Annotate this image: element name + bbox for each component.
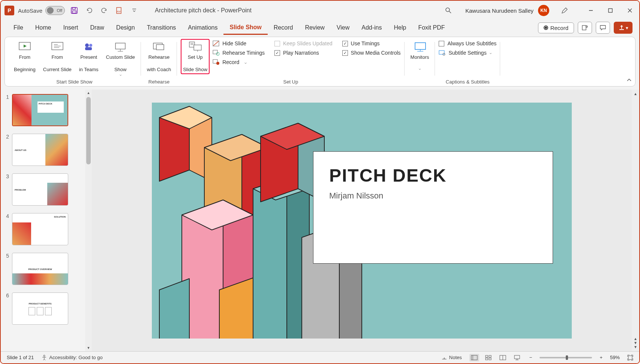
zoom-out-button[interactable]: − (529, 355, 532, 360)
set-up-slide-show-button[interactable]: Set UpSlide Show (181, 39, 210, 74)
maximize-button[interactable] (605, 5, 616, 16)
thumbnail-scrollbar[interactable]: ▲ ▼ (85, 90, 92, 351)
tab-animations[interactable]: Animations (182, 21, 223, 34)
custom-show-icon (113, 40, 127, 53)
slide-canvas[interactable]: PITCH DECK Mirjam Nilsson (92, 90, 632, 351)
svg-rect-39 (415, 43, 426, 49)
svg-rect-9 (609, 9, 612, 12)
tab-insert[interactable]: Insert (57, 21, 84, 34)
monitors-icon (413, 40, 427, 53)
slideshow-view-button[interactable] (512, 354, 522, 361)
user-avatar[interactable]: KN (538, 5, 549, 16)
zoom-level[interactable]: 59% (610, 355, 620, 360)
svg-line-34 (213, 41, 219, 46)
tab-home[interactable]: Home (29, 21, 57, 34)
thumbnail-slide[interactable]: PROBLEM (12, 173, 68, 206)
svg-marker-53 (253, 178, 287, 339)
setup-icon (188, 40, 202, 53)
thumbnail-slide[interactable]: SOLUTION (12, 213, 68, 245)
save-icon[interactable] (69, 5, 80, 16)
subtitle-settings-button[interactable]: Subtitle Settings ⌵ (439, 50, 496, 56)
thumbnail-slide[interactable]: PITCH DECK (12, 94, 68, 126)
record-button[interactable]: Record (538, 22, 574, 33)
group-label-monitors (419, 79, 421, 85)
monitors-button[interactable]: Monitors⌵ (408, 39, 432, 72)
rehearse-timings-button[interactable]: Rehearse Timings (213, 50, 265, 56)
thumb-number: 6 (4, 292, 9, 298)
present-in-teams-button[interactable]: Presentin Teams (77, 39, 101, 74)
svg-text:PDF: PDF (117, 10, 121, 13)
tab-record[interactable]: Record (268, 21, 299, 34)
svg-rect-27 (156, 45, 164, 50)
tab-foxit-pdf[interactable]: Foxit PDF (412, 21, 451, 34)
svg-point-13 (586, 26, 588, 27)
reading-view-button[interactable] (498, 354, 508, 361)
custom-slide-show-button[interactable]: Custom SlideShow ⌵ (104, 39, 137, 78)
thumbnail-slide[interactable]: PRODUCT BENEFITS (12, 292, 68, 325)
group-label-rehearse: Rehearse (148, 79, 169, 85)
undo-icon[interactable] (84, 5, 95, 16)
rehearse-with-coach-button[interactable]: Rehearsewith Coach (145, 39, 173, 74)
thumb-number: 4 (4, 213, 9, 219)
slide[interactable]: PITCH DECK Mirjam Nilsson (152, 103, 572, 339)
zoom-slider[interactable] (540, 357, 592, 358)
slide-sorter-view-button[interactable] (484, 354, 493, 361)
play-narrations-checkbox[interactable]: ✓Play Narrations (274, 50, 333, 56)
svg-rect-35 (213, 50, 217, 54)
svg-rect-69 (486, 358, 488, 360)
slide-thumbnails-panel[interactable]: 1 PITCH DECK 2 ABOUT US 3 PROBLEM 4 SOLU… (1, 90, 85, 351)
export-pdf-icon[interactable]: PDF (114, 5, 125, 16)
app-icon: P (4, 6, 14, 15)
accessibility-icon (41, 355, 47, 361)
tab-help[interactable]: Help (388, 21, 412, 34)
slide-subtitle[interactable]: Mirjam Nilsson (329, 191, 537, 201)
search-icon[interactable] (443, 5, 454, 16)
pen-icon[interactable] (559, 5, 570, 16)
close-button[interactable] (624, 5, 636, 16)
share-button[interactable]: ▾ (614, 22, 633, 34)
teams-present-icon[interactable] (578, 22, 592, 34)
notes-button[interactable]: Notes (441, 355, 462, 361)
svg-rect-14 (619, 29, 624, 30)
accessibility-status[interactable]: Accessibility: Good to go (41, 355, 102, 361)
use-timings-checkbox[interactable]: ✓Use Timings (342, 40, 401, 46)
thumbnail-slide[interactable]: ABOUT US (12, 134, 68, 166)
svg-point-63 (43, 355, 45, 357)
fit-to-window-button[interactable] (627, 355, 633, 361)
svg-rect-23 (115, 43, 125, 49)
keep-slides-updated-checkbox: Keep Slides Updated (274, 40, 333, 46)
svg-rect-65 (471, 355, 477, 360)
slide-title[interactable]: PITCH DECK (329, 165, 537, 186)
tab-view[interactable]: View (331, 21, 355, 34)
group-label-captions: Captions & Subtitles (446, 79, 490, 85)
normal-view-button[interactable] (469, 354, 479, 361)
qat-customize-icon[interactable] (129, 5, 140, 16)
collapse-ribbon-icon[interactable] (626, 77, 632, 83)
subtitle-settings-icon (439, 50, 445, 56)
autosave-toggle[interactable]: Off (45, 6, 65, 15)
tab-review[interactable]: Review (299, 21, 330, 34)
tab-slide-show[interactable]: Slide Show (223, 21, 267, 35)
tab-draw[interactable]: Draw (84, 21, 110, 34)
ribbon: FromBeginning FromCurrent Slide Presenti… (4, 37, 636, 87)
from-current-slide-button[interactable]: FromCurrent Slide (41, 39, 74, 74)
document-title: Architecture pitch deck - PowerPoint (155, 7, 252, 14)
tab-design[interactable]: Design (110, 21, 141, 34)
tab-transitions[interactable]: Transitions (141, 21, 182, 34)
svg-marker-61 (159, 279, 189, 339)
teams-icon (82, 40, 96, 53)
comments-icon[interactable] (596, 22, 610, 34)
redo-icon[interactable] (99, 5, 110, 16)
always-use-subtitles-checkbox[interactable]: Always Use Subtitles (439, 40, 496, 46)
thumbnail-slide[interactable]: PRODUCT OVERVIEW (12, 253, 68, 285)
show-media-controls-checkbox[interactable]: ✓Show Media Controls (342, 50, 401, 56)
zoom-in-button[interactable]: + (600, 355, 603, 360)
svg-point-6 (446, 8, 450, 12)
tab-file[interactable]: File (7, 21, 29, 34)
hide-slide-button[interactable]: Hide Slide (213, 40, 265, 46)
minimize-button[interactable] (585, 5, 597, 16)
from-beginning-button[interactable]: FromBeginning (12, 39, 38, 74)
tab-addins[interactable]: Add-ins (355, 21, 388, 34)
record-dropdown-button[interactable]: Record ⌵ (213, 59, 265, 65)
canvas-scrollbar[interactable]: ▲ ▲ ▼ ▼ (632, 90, 639, 351)
